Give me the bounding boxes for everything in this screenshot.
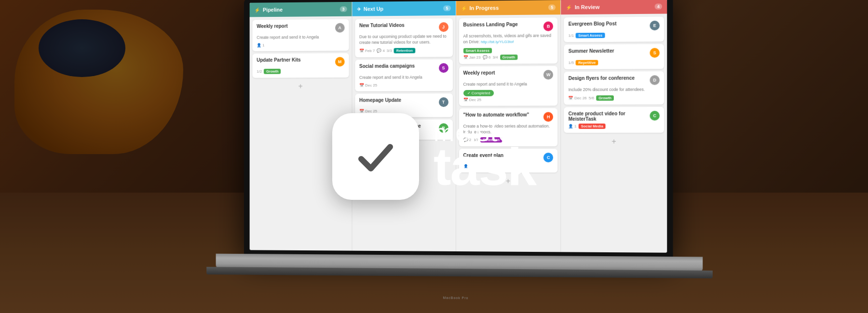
- task-meta: 1/1: [569, 33, 574, 38]
- kanban-column-inprogress: ⚡ In Progress 5 Business Landing Page B …: [456, 0, 561, 252]
- task-desc: Include 20% discount code for attendees.: [569, 87, 660, 93]
- avatar: R: [439, 123, 448, 133]
- task-title: Social media campaigns: [359, 63, 439, 69]
- task-footer: 📅 Feb 7 💬 4 3/3 Retention: [359, 48, 448, 53]
- task-meta: 3/7: [473, 138, 478, 142]
- inreview-title: In Review: [575, 4, 600, 10]
- task-card[interactable]: Business Landing Page B All screenshots,…: [459, 17, 557, 64]
- avatar: S: [439, 63, 448, 73]
- task-footer: 1/2 Growth: [257, 68, 344, 74]
- task-tag: Retention: [394, 48, 415, 53]
- date-meta: 📅 Dec 25: [359, 109, 377, 113]
- avatar: T: [439, 97, 448, 107]
- completed-badge: ✓ Completed: [463, 90, 494, 96]
- task-footer-date: 📅 Dec 25: [463, 97, 553, 102]
- task-card[interactable]: New Tutorial Videos J Due to our upcomin…: [355, 18, 452, 57]
- task-footer: ✓ Completed: [463, 90, 553, 96]
- avatar: C: [650, 111, 659, 120]
- laptop-screen-outer: ⚡ Pipeline 3 Weekly report A Create repo…: [244, 0, 673, 257]
- task-card[interactable]: Summer Newsletter S 1/5 Repetitive: [564, 44, 665, 69]
- task-title: New Tutorial Videos: [359, 22, 439, 28]
- pipeline-count: 3: [340, 6, 347, 12]
- pipeline-title: Pipeline: [263, 7, 283, 13]
- task-desc: Create report and send it to Angela: [359, 75, 448, 81]
- task-title: Create event plan: [463, 153, 543, 158]
- task-card[interactable]: Create product video for MeisterTask C 👤…: [564, 107, 665, 133]
- task-card[interactable]: "How to automate workflow" H Create a ho…: [459, 108, 557, 146]
- laptop: ⚡ Pipeline 3 Weekly report A Create repo…: [206, 0, 713, 306]
- date-meta: 📅 Dec 26: [569, 96, 587, 100]
- avatar: C: [543, 153, 553, 163]
- task-footer: 📅 Dec 25: [359, 109, 448, 113]
- task-title: Evergreen Blog Post: [569, 21, 650, 26]
- avatar: E: [650, 21, 659, 30]
- avatar: J: [439, 22, 448, 32]
- task-link[interactable]: http://bit.ly/YLG3tof: [481, 39, 514, 44]
- task-tag: Social Media: [579, 123, 606, 129]
- smart-assess-badge: Smart Assess: [463, 48, 491, 53]
- task-meta: 💬 6: [483, 55, 491, 59]
- task-card[interactable]: Homepage Update T 📅 Dec 25: [355, 93, 452, 117]
- avatar: W: [543, 70, 553, 79]
- task-title: Weekly report: [257, 23, 335, 29]
- task-tag: Growth: [500, 54, 517, 60]
- task-title: Design flyers for conference: [569, 75, 650, 81]
- task-desc: Due to our upcoming product update we ne…: [359, 34, 448, 46]
- nextup-count: 5: [444, 5, 451, 11]
- task-tag: Growth: [264, 69, 281, 74]
- nextup-icon: ✈: [357, 6, 361, 12]
- task-footer: 👤 1 Social Media: [569, 123, 660, 129]
- avatar: S: [650, 48, 659, 58]
- add-task-button[interactable]: +: [564, 135, 665, 148]
- pipeline-icon: ⚡: [254, 7, 260, 13]
- kanban-column-pipeline: ⚡ Pipeline 3 Weekly report A Create repo…: [250, 2, 353, 251]
- inprogress-title: In Progress: [470, 5, 499, 11]
- column-header-inreview: ⚡ In Review 4: [561, 0, 667, 14]
- kanban-column-inreview: ⚡ In Review 4 Evergreen Blog Post E: [561, 0, 667, 253]
- task-desc: Create report and send it to Angela: [257, 35, 344, 41]
- inprogress-count: 5: [548, 4, 556, 10]
- task-card[interactable]: Weekly report W Create report and send i…: [459, 66, 557, 106]
- avatar: M: [335, 57, 345, 66]
- task-title: Weekly report: [463, 70, 543, 76]
- date-meta: 📅 Dec 25: [463, 98, 481, 102]
- inprogress-icon: ⚡: [461, 5, 466, 11]
- avatar: A: [335, 23, 345, 33]
- column-header-nextup: ✈ Next Up 5: [352, 1, 455, 16]
- task-tag: Repetitive: [576, 60, 598, 65]
- task-tag: Smart Assess: [576, 33, 605, 38]
- add-task-button[interactable]: +: [355, 142, 452, 155]
- kanban-column-nextup: ✈ Next Up 5 New Tutorial Videos J Due to…: [352, 1, 456, 251]
- nextup-title: Next Up: [364, 6, 383, 12]
- add-task-button[interactable]: +: [252, 80, 349, 92]
- task-card[interactable]: Remind John to update the marketing broc…: [355, 119, 452, 140]
- pipeline-body: Weekly report A Create report and send i…: [250, 16, 352, 251]
- add-task-button[interactable]: +: [459, 175, 557, 188]
- macbook-label: MacBook Pro: [443, 296, 469, 300]
- task-tag: Retention: [480, 137, 502, 143]
- task-title: Create product video for MeisterTask: [569, 111, 650, 122]
- task-card[interactable]: Create event plan C 👤 1: [459, 149, 557, 172]
- task-card[interactable]: Update Partner Kits M 1/2 Growth: [252, 53, 349, 78]
- task-card[interactable]: Design flyers for conference D Include 2…: [564, 71, 665, 104]
- task-title: Remind John to update the marketing broc…: [359, 123, 439, 134]
- task-footer: 📅 Dec 25: [359, 83, 448, 88]
- inreview-body: Evergreen Blog Post E 1/1 Smart Assess S…: [561, 14, 667, 253]
- task-meta: 1/2: [257, 69, 262, 74]
- task-card[interactable]: Social media campaigns S Create report a…: [355, 59, 452, 91]
- task-title: Summer Newsletter: [569, 48, 650, 54]
- task-card[interactable]: Weekly report A Create report and send i…: [252, 19, 349, 52]
- column-header-pipeline: ⚡ Pipeline 3: [250, 2, 352, 17]
- laptop-screen-inner: ⚡ Pipeline 3 Weekly report A Create repo…: [250, 0, 667, 253]
- task-desc: Create report and send it to Angela: [463, 81, 553, 88]
- task-footer: 👤 1: [463, 164, 553, 169]
- task-footer: 💬 2 3/7 Retention: [463, 137, 553, 143]
- date-meta: 📅 Dec 25: [359, 83, 377, 87]
- task-meta: 💬 4: [377, 49, 385, 53]
- task-footer: 👤 1: [257, 42, 344, 47]
- task-meta: 👤 1: [569, 124, 577, 129]
- nextup-body: New Tutorial Videos J Due to our upcomin…: [352, 15, 455, 251]
- task-card[interactable]: Evergreen Blog Post E 1/1 Smart Assess: [564, 17, 665, 42]
- avatar: B: [543, 21, 553, 31]
- date-meta: 📅 Jan 23: [463, 55, 480, 59]
